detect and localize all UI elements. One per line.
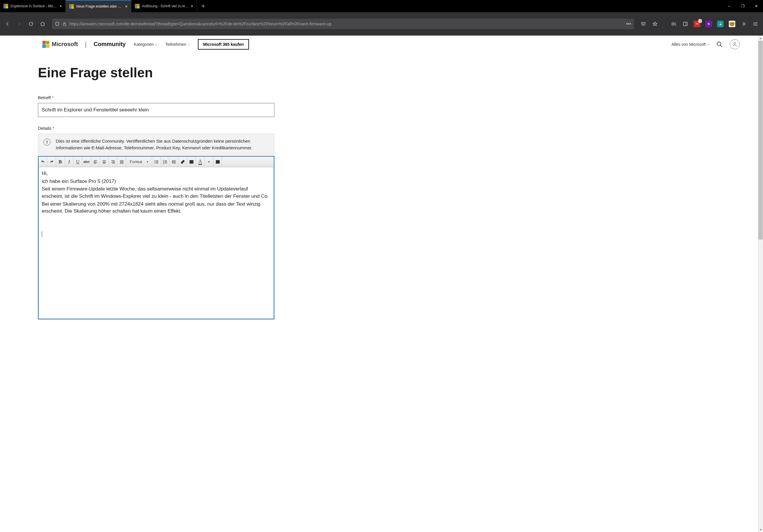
format-dropdown[interactable]: Format▾ bbox=[126, 157, 152, 167]
chevron-down-icon: ⌄ bbox=[707, 43, 709, 46]
tab-title: Ergebnisse in Surface - Microsoft Commun… bbox=[11, 4, 57, 8]
onenote-icon[interactable]: N bbox=[704, 19, 714, 29]
svg-rect-12 bbox=[216, 160, 220, 163]
svg-rect-0 bbox=[63, 24, 66, 25]
bold-button[interactable]: B bbox=[56, 157, 65, 167]
page-body: Microsoft | Community Kategorien⌄ Teilne… bbox=[0, 36, 763, 532]
scrollbar[interactable]: ▴ ▾ bbox=[758, 36, 763, 532]
new-tab-button[interactable]: + bbox=[197, 3, 209, 10]
forward-button[interactable] bbox=[14, 19, 25, 29]
chevron-down-icon: ⌄ bbox=[187, 43, 190, 46]
subject-label: Betreff* bbox=[38, 95, 274, 100]
align-justify-button[interactable] bbox=[117, 157, 126, 167]
table-button[interactable] bbox=[213, 157, 222, 167]
page-title: Eine Frage stellen bbox=[38, 65, 274, 80]
main-content: Eine Frage stellen Betreff* Details* ! D… bbox=[0, 53, 298, 331]
overflow-icon[interactable] bbox=[738, 19, 749, 29]
close-icon[interactable]: × bbox=[191, 4, 193, 8]
underline-button[interactable]: U bbox=[73, 157, 82, 167]
site-header: Microsoft | Community Kategorien⌄ Teilne… bbox=[0, 36, 763, 53]
url-bar[interactable]: ••• bbox=[52, 19, 634, 29]
undo-button[interactable] bbox=[39, 157, 47, 167]
chevron-down-icon: ⌄ bbox=[155, 43, 157, 46]
text-color-button[interactable]: A bbox=[196, 157, 205, 167]
svg-rect-1 bbox=[683, 22, 688, 26]
reload-button[interactable] bbox=[26, 19, 36, 29]
tab-title: Auflösung - Schrift viel zu klein - Micr… bbox=[142, 4, 188, 8]
tab-bar: Ergebnisse in Surface - Microsoft Commun… bbox=[0, 0, 763, 12]
back-button[interactable] bbox=[2, 19, 13, 29]
offline-icon[interactable]: 🤓 bbox=[727, 19, 737, 29]
badge-count: 6 bbox=[699, 19, 702, 23]
account-button[interactable] bbox=[730, 40, 740, 49]
body-line: Bei einer Skalierung von 200% mit 2724x1… bbox=[42, 201, 271, 215]
nav-label: Teilnehmen bbox=[165, 42, 186, 47]
link-button[interactable] bbox=[178, 157, 187, 167]
strike-button[interactable]: abc bbox=[82, 157, 91, 167]
brand-label: Microsoft bbox=[52, 41, 78, 47]
rich-text-editor: B I U abc Format▾ 123 A ▾ Hi, ich bbox=[38, 156, 274, 319]
sidebar-icon[interactable] bbox=[680, 19, 691, 29]
window-controls: ─ ❐ ✕ bbox=[723, 0, 763, 12]
ms-favicon bbox=[69, 4, 74, 9]
save-icon[interactable]: 💾 bbox=[715, 19, 726, 29]
tab-resolution[interactable]: Auflösung - Schrift viel zu klein - Micr… bbox=[131, 0, 197, 12]
body-line: ich habe ein Surface Pro 5 (2017) bbox=[42, 178, 271, 185]
redo-button[interactable] bbox=[47, 157, 56, 167]
info-icon: ! bbox=[44, 138, 51, 145]
participate-menu[interactable]: Teilnehmen⌄ bbox=[165, 42, 190, 47]
bookmark-icon[interactable] bbox=[650, 19, 660, 29]
url-input[interactable] bbox=[69, 22, 623, 26]
italic-button[interactable]: I bbox=[65, 157, 73, 167]
minimize-button[interactable]: ─ bbox=[723, 0, 736, 12]
divider: | bbox=[85, 41, 87, 48]
subject-input[interactable] bbox=[38, 103, 274, 117]
notice-text: Dies ist eine öffentliche Community. Ver… bbox=[56, 138, 269, 151]
more-icon[interactable]: ••• bbox=[626, 21, 631, 27]
align-right-button[interactable] bbox=[109, 157, 117, 167]
shield-icon[interactable] bbox=[55, 22, 59, 26]
tab-new-question[interactable]: Neue Frage erstellen oder Diskussion sta… bbox=[66, 0, 131, 12]
details-label: Details* bbox=[38, 126, 274, 131]
buy-m365-button[interactable]: Microsoft 365 kaufen bbox=[198, 39, 249, 49]
align-center-button[interactable] bbox=[100, 157, 109, 167]
bullet-list-button[interactable] bbox=[152, 157, 161, 167]
lastpass-icon[interactable]: •••6 bbox=[692, 19, 702, 29]
close-icon[interactable]: × bbox=[125, 4, 128, 9]
close-icon[interactable]: × bbox=[59, 4, 62, 8]
browser-chrome: Ergebnisse in Surface - Microsoft Commun… bbox=[0, 0, 763, 36]
lock-icon[interactable] bbox=[62, 22, 66, 26]
body-line: Hi, bbox=[42, 170, 271, 177]
ms-favicon bbox=[4, 4, 8, 8]
body-line: Seit einem Firmware-Update letzte Woche,… bbox=[42, 186, 271, 200]
scroll-down-icon[interactable]: ▾ bbox=[758, 527, 763, 532]
menu-icon[interactable] bbox=[750, 19, 761, 29]
all-microsoft-menu[interactable]: Alles von Microsoft⌄ bbox=[672, 42, 709, 47]
indent-button[interactable] bbox=[169, 157, 178, 167]
scroll-up-icon[interactable]: ▴ bbox=[758, 36, 763, 41]
microsoft-logo[interactable]: Microsoft bbox=[42, 41, 78, 48]
search-icon[interactable] bbox=[716, 41, 723, 47]
align-left-button[interactable] bbox=[91, 157, 100, 167]
editor-toolbar: B I U abc Format▾ 123 A ▾ bbox=[39, 157, 274, 167]
number-list-button[interactable]: 123 bbox=[161, 157, 169, 167]
svg-point-3 bbox=[734, 43, 735, 44]
tab-results[interactable]: Ergebnisse in Surface - Microsoft Commun… bbox=[0, 0, 66, 12]
nav-label: Alles von Microsoft bbox=[672, 42, 706, 47]
pocket-icon[interactable] bbox=[638, 19, 649, 29]
close-button[interactable]: ✕ bbox=[750, 0, 763, 12]
nav-label: Kategorien bbox=[134, 42, 154, 47]
color-dropdown[interactable]: ▾ bbox=[205, 157, 213, 167]
scrollbar-thumb[interactable] bbox=[758, 41, 763, 239]
community-link[interactable]: Community bbox=[94, 41, 126, 47]
editor-textarea[interactable]: Hi, ich habe ein Surface Pro 5 (2017) Se… bbox=[39, 167, 274, 319]
address-bar: ••• •••6 N 💾 🤓 bbox=[0, 12, 763, 36]
svg-text:3: 3 bbox=[163, 162, 164, 164]
tab-title: Neue Frage erstellen oder Diskussion sta… bbox=[76, 4, 123, 8]
image-button[interactable] bbox=[187, 157, 196, 167]
library-icon[interactable] bbox=[668, 19, 679, 29]
maximize-button[interactable]: ❐ bbox=[736, 0, 750, 12]
categories-menu[interactable]: Kategorien⌄ bbox=[134, 42, 157, 47]
home-button[interactable] bbox=[37, 19, 48, 29]
svg-point-2 bbox=[717, 42, 721, 45]
